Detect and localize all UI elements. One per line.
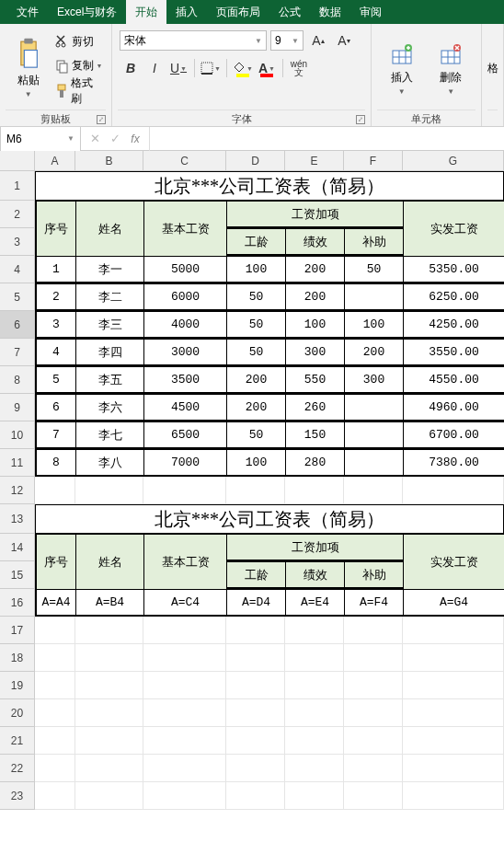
hdr-addgroup[interactable]: 工资加项 xyxy=(227,202,404,227)
data-cell[interactable]: 7 xyxy=(36,422,76,448)
hdr-seq[interactable]: 序号 xyxy=(36,202,76,257)
cell[interactable] xyxy=(285,699,344,727)
data-cell[interactable]: 200 xyxy=(286,284,345,310)
menu-data[interactable]: 数据 xyxy=(310,0,350,24)
col-header-f[interactable]: F xyxy=(344,151,403,171)
data-cell[interactable]: 6 xyxy=(36,395,76,421)
row-header[interactable]: 12 xyxy=(0,477,35,504)
data-cell[interactable] xyxy=(345,422,404,448)
cell[interactable] xyxy=(226,644,285,672)
paste-button[interactable]: 粘贴 ▼ xyxy=(6,26,52,107)
data-cell[interactable]: 200 xyxy=(345,340,404,365)
row-header[interactable]: 18 xyxy=(0,644,35,672)
cell[interactable] xyxy=(285,755,344,782)
hdr2-net[interactable]: 实发工资 xyxy=(404,535,504,590)
formula-cell[interactable]: A=F4 xyxy=(345,590,404,616)
data-cell[interactable]: 300 xyxy=(345,367,404,393)
cell[interactable] xyxy=(143,477,226,504)
col-header-a[interactable]: A xyxy=(35,151,75,171)
italic-button[interactable]: I xyxy=(143,57,166,79)
data-cell[interactable]: 7000 xyxy=(144,450,227,476)
data-cell[interactable]: 5000 xyxy=(144,257,227,283)
insert-cell-button[interactable]: 插入 ▼ xyxy=(385,42,418,96)
cell[interactable] xyxy=(403,477,504,504)
cell[interactable] xyxy=(75,699,143,727)
menu-insert[interactable]: 插入 xyxy=(166,0,207,24)
formula-cell[interactable]: A=B4 xyxy=(76,590,144,616)
cell[interactable] xyxy=(344,672,403,699)
menu-layout[interactable]: 页面布局 xyxy=(207,0,269,24)
hdr-base[interactable]: 基本工资 xyxy=(144,202,227,257)
row-header[interactable]: 11 xyxy=(0,449,35,477)
cell[interactable] xyxy=(403,644,504,672)
cell[interactable] xyxy=(35,699,75,727)
data-cell[interactable]: 7380.00 xyxy=(404,450,504,476)
hdr-net[interactable]: 实发工资 xyxy=(404,202,504,257)
row-header[interactable]: 3 xyxy=(0,228,35,256)
data-cell[interactable]: 3550.00 xyxy=(404,340,504,365)
row-header[interactable]: 1 xyxy=(0,171,35,201)
row-header[interactable]: 14 xyxy=(0,534,35,561)
row-header[interactable]: 10 xyxy=(0,421,35,449)
cell[interactable] xyxy=(344,644,403,672)
border-button[interactable]: ▼ xyxy=(200,57,222,79)
cell[interactable] xyxy=(35,477,75,504)
cell[interactable] xyxy=(35,644,75,672)
data-cell[interactable]: 李四 xyxy=(76,340,144,365)
cell[interactable] xyxy=(75,782,143,810)
increase-font-button[interactable]: A▴ xyxy=(307,29,329,52)
data-cell[interactable]: 4550.00 xyxy=(404,367,504,393)
data-cell[interactable]: 李二 xyxy=(76,284,144,310)
data-cell[interactable]: 李八 xyxy=(76,450,144,476)
name-box[interactable]: M6▼ xyxy=(0,127,81,151)
dialog-launcher-icon[interactable]: ⤢ xyxy=(97,115,106,124)
cell[interactable] xyxy=(285,727,344,755)
row-header[interactable]: 20 xyxy=(0,699,35,727)
cell[interactable] xyxy=(143,644,226,672)
data-cell[interactable]: 280 xyxy=(286,450,345,476)
data-cell[interactable]: 3 xyxy=(36,312,76,338)
row-header[interactable]: 19 xyxy=(0,672,35,699)
data-cell[interactable]: 6700.00 xyxy=(404,422,504,448)
data-cell[interactable]: 4960.00 xyxy=(404,395,504,421)
underline-button[interactable]: U▼ xyxy=(167,57,189,79)
cell[interactable] xyxy=(403,699,504,727)
cell[interactable] xyxy=(403,755,504,782)
cell[interactable] xyxy=(344,727,403,755)
table1-title[interactable]: 北京***公司工资表（简易） xyxy=(35,171,504,201)
data-cell[interactable]: 50 xyxy=(227,340,286,365)
data-cell[interactable]: 200 xyxy=(227,395,286,421)
spreadsheet-grid[interactable]: A B C D E F G 12345678910111213141516171… xyxy=(0,151,504,854)
cell[interactable] xyxy=(75,617,143,644)
cell[interactable] xyxy=(35,755,75,782)
hdr2-allow[interactable]: 补助 xyxy=(345,562,404,588)
row-header[interactable]: 22 xyxy=(0,755,35,782)
data-cell[interactable]: 550 xyxy=(286,367,345,393)
cell[interactable] xyxy=(143,617,226,644)
cancel-formula-icon[interactable]: ✕ xyxy=(88,132,101,145)
cell[interactable] xyxy=(226,699,285,727)
cell[interactable] xyxy=(344,755,403,782)
select-all-corner[interactable] xyxy=(0,151,35,171)
data-cell[interactable]: 4250.00 xyxy=(404,312,504,338)
row-header[interactable]: 6 xyxy=(0,311,35,339)
format-cell-button[interactable]: 格 xyxy=(487,57,498,76)
cell[interactable] xyxy=(35,672,75,699)
data-cell[interactable]: 200 xyxy=(227,367,286,393)
phonetic-button[interactable]: wén文 xyxy=(288,57,310,79)
formula-cell[interactable]: A=E4 xyxy=(286,590,345,616)
cell[interactable] xyxy=(226,617,285,644)
row-header[interactable]: 4 xyxy=(0,256,35,283)
cell[interactable] xyxy=(226,727,285,755)
data-cell[interactable]: 李五 xyxy=(76,367,144,393)
cell[interactable] xyxy=(285,672,344,699)
data-cell[interactable]: 100 xyxy=(227,450,286,476)
formula-cell[interactable]: A=A4 xyxy=(36,590,76,616)
cell[interactable] xyxy=(226,755,285,782)
data-cell[interactable]: 2 xyxy=(36,284,76,310)
data-cell[interactable]: 150 xyxy=(286,422,345,448)
row-header[interactable]: 7 xyxy=(0,339,35,366)
cell[interactable] xyxy=(75,644,143,672)
menu-excel-finance[interactable]: Excel与财务 xyxy=(48,0,126,24)
formula-cell[interactable]: A=G4 xyxy=(404,590,504,616)
